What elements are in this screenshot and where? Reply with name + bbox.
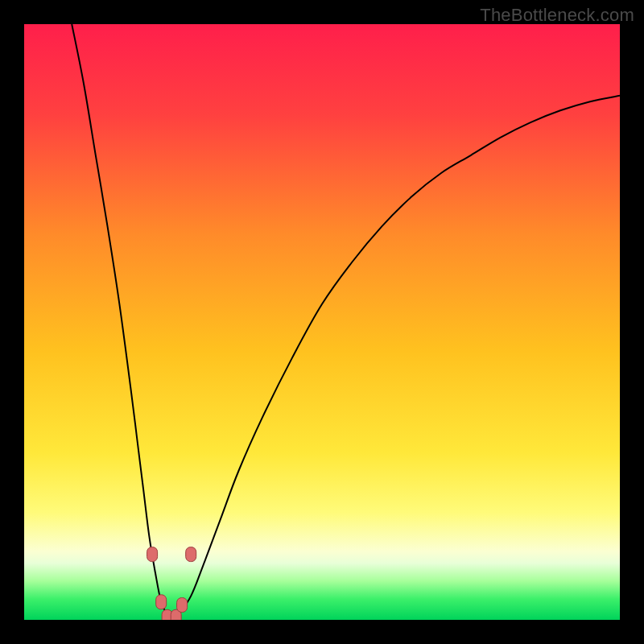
- plot-area: [24, 24, 620, 620]
- curve-marker: [177, 598, 188, 613]
- curve-markers: [147, 547, 196, 620]
- curve-layer: [24, 24, 620, 620]
- bottleneck-curve: [72, 24, 620, 620]
- curve-marker: [156, 595, 167, 609]
- chart-frame: TheBottleneck.com: [0, 0, 644, 644]
- curve-marker: [147, 547, 158, 562]
- watermark-text: TheBottleneck.com: [480, 5, 634, 26]
- curve-marker: [186, 547, 196, 562]
